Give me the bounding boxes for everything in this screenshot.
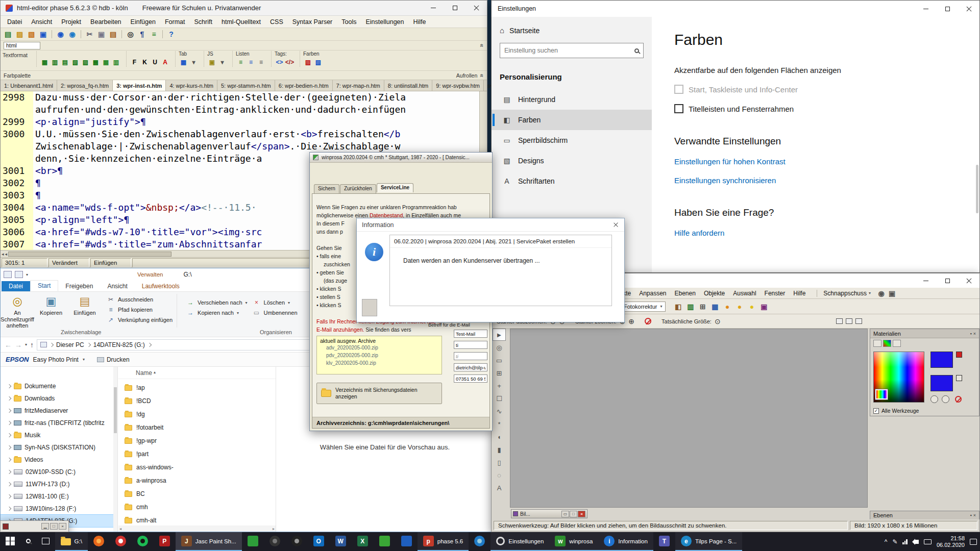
psp-menu-fenster[interactable]: Fenster <box>761 290 790 297</box>
file-tab-1-unbenannt1-html[interactable]: 1: Unbenannt1.html <box>1 80 57 91</box>
settings-taskbar-button[interactable]: Einstellungen <box>491 532 549 551</box>
dark-circle-app-icon[interactable] <box>264 532 286 551</box>
phase-menu-bearbeiten[interactable]: Bearbeiten <box>86 18 126 26</box>
pan-tool-icon[interactable]: ► <box>493 329 506 341</box>
preview-browser-icon[interactable]: ◉ <box>67 29 78 39</box>
outlook-icon[interactable]: O <box>308 532 330 551</box>
layers-icon[interactable]: ▥ <box>685 302 696 312</box>
cut-icon[interactable]: ✂ <box>84 29 95 39</box>
window-layout1-icon[interactable] <box>836 318 843 324</box>
sidebar-item-hintergrund[interactable]: ▤Hintergrund <box>492 89 652 110</box>
tag-strip-icon[interactable]: </> <box>285 58 295 67</box>
preview-internal-icon[interactable]: ◉ <box>55 29 66 39</box>
phase-menu-html-quelltext[interactable]: html-Quelltext <box>217 18 265 26</box>
search-icon[interactable]: ◎ <box>125 29 136 39</box>
all-tools-checkbox[interactable]: ✓Alle Werkzeuge <box>873 408 919 414</box>
forward-icon[interactable]: → <box>15 341 22 349</box>
tree-item-syn-nas-diskstation[interactable]: Syn-NAS (DISKSTATION) <box>1 441 117 454</box>
minimize-icon[interactable] <box>423 1 444 15</box>
phase-menu-projekt[interactable]: Projekt <box>57 18 86 26</box>
information-taskbar-button[interactable]: iInformation <box>598 532 653 551</box>
tree-item-videos[interactable]: Videos <box>1 454 117 466</box>
window-layout2-icon[interactable] <box>846 318 852 324</box>
copy-icon[interactable]: ▣ <box>96 29 107 39</box>
file-tab-6-wpr-bedien-n-htm[interactable]: 6: wpr-bedien-n.htm <box>275 80 333 91</box>
window-layout3-icon[interactable] <box>855 318 862 324</box>
list-item-fotoarbeit[interactable]: !fotoarbeit <box>118 421 276 434</box>
sidebar-item-startseite[interactable]: ⌂ Startseite <box>492 21 652 40</box>
explorer-taskbar-button[interactable]: G:\ <box>55 532 88 551</box>
link-einstellungen-synchronisieren[interactable]: Einstellungen synchronisieren <box>674 176 979 185</box>
open-project-icon[interactable]: ▧ <box>26 29 37 39</box>
tab-dropdown-icon[interactable]: ▾ <box>189 58 199 67</box>
collapse-up-icon[interactable]: « <box>479 44 486 47</box>
face-neutral-icon[interactable]: ● <box>734 302 745 312</box>
network-icon[interactable] <box>902 539 908 544</box>
epson-dropdown-icon[interactable]: ▾ <box>83 357 85 362</box>
close-icon[interactable] <box>958 273 979 288</box>
list-ol-icon[interactable]: ≡ <box>246 58 256 67</box>
close-icon[interactable]: × <box>973 331 976 336</box>
quick-access-toggle-icon[interactable] <box>15 271 23 278</box>
word-icon[interactable]: W <box>330 532 352 551</box>
phase-menu-tools[interactable]: Tools <box>337 18 361 26</box>
maximize-icon[interactable] <box>444 1 465 15</box>
swatch-tab-icon[interactable] <box>893 340 901 347</box>
close-icon[interactable]: × <box>973 513 976 518</box>
recent-locations-icon[interactable]: ▾ <box>25 342 27 347</box>
phase-menu-format[interactable]: Format <box>160 18 190 26</box>
adjust-icon[interactable]: ◧ <box>673 302 683 312</box>
phase-menu-css[interactable]: CSS <box>265 18 288 26</box>
background-color-swatch[interactable] <box>930 375 953 391</box>
list-horizontal-scrollbar[interactable]: ◂▸ <box>118 525 276 532</box>
scroll-left2-icon[interactable]: ◂ <box>5 252 8 257</box>
file-tab-2-wprosa-fq-n-htm[interactable]: 2: wprosa_fq-n.htm <box>57 80 113 91</box>
taskbar-clock[interactable]: 21:58 06.02.2020 <box>937 535 965 548</box>
mail-subject-field[interactable] <box>454 330 487 338</box>
archive-file[interactable]: adv_20200205-000.zip <box>320 344 438 352</box>
phase-menu-ansicht[interactable]: Ansicht <box>27 18 57 26</box>
delete-button[interactable]: ×Löschen▾ <box>253 299 298 306</box>
settings-search-box[interactable] <box>500 43 644 58</box>
paintshop-canvas[interactable] <box>510 329 868 508</box>
tree-scrollbar[interactable] <box>113 367 117 532</box>
background-style-icon[interactable] <box>956 375 962 381</box>
sender-field[interactable] <box>454 341 487 349</box>
tree-item-fritz-nas-tibcfritz-tibcfritz[interactable]: fritz-nas (TIBCFRITZ (tibcfritz <box>1 417 117 429</box>
pin-quick-access-button[interactable]: ◎ An Schnellzugriff anheften <box>1 292 34 337</box>
print-button[interactable]: Drucken <box>97 356 130 363</box>
cut-button[interactable]: ✂Ausschneiden <box>107 296 173 303</box>
grid-icon[interactable]: ⊞ <box>697 302 708 312</box>
red-square-app-icon[interactable]: P <box>154 532 176 551</box>
volume-icon[interactable] <box>915 540 919 544</box>
zoom-tool-icon[interactable]: ◎ <box>493 341 506 354</box>
close-icon[interactable] <box>465 1 487 15</box>
psp-menu-auswahl[interactable]: Auswahl <box>729 290 760 297</box>
task-view-button[interactable] <box>36 532 55 551</box>
expand-chevron-icon[interactable] <box>7 409 11 413</box>
close-icon[interactable]: × <box>59 523 66 530</box>
touch-keyboard-icon[interactable] <box>924 539 932 544</box>
psp-menu-hilfe[interactable]: Hilfe <box>789 290 810 297</box>
code-row[interactable]: aufrufen·und·den·gewünschten·Eintrag·ank… <box>1 104 487 116</box>
phone-field[interactable] <box>454 374 487 383</box>
snapshot-button[interactable]: Schnappschuss▾ <box>817 290 871 297</box>
snapshot-copy-icon[interactable]: ▣ <box>887 288 897 298</box>
phase-titlebar[interactable]: html-editor phase 5.6.2.3 © hdb - köln F… <box>1 1 487 16</box>
foreground-color-swatch[interactable] <box>930 352 953 368</box>
settings-search-input[interactable] <box>504 47 634 54</box>
table-column-icon[interactable]: ▤ <box>60 58 70 67</box>
html-mode-combo[interactable]: html <box>4 42 40 49</box>
airbrush-tool-icon[interactable]: ◌ <box>493 469 506 481</box>
winprosa-tab-zur-ckholen[interactable]: Zurückholen <box>340 184 376 193</box>
paste-shortcut-button[interactable]: ↗Verknüpfung einfügen <box>107 316 173 323</box>
color-picker-mini[interactable] <box>875 389 888 399</box>
transparent-toggle-icon[interactable] <box>955 396 962 403</box>
pin-icon[interactable]: ▪ <box>970 331 972 336</box>
rename-button[interactable]: ▭Umbenennen <box>253 309 298 316</box>
archive-file[interactable]: pdv_20200205-000.zip <box>320 352 438 359</box>
expand-chevron-icon[interactable] <box>7 482 11 486</box>
child-close-icon[interactable]: × <box>578 511 585 517</box>
settings-titlebar[interactable]: Einstellungen <box>492 1 979 17</box>
table-row-icon[interactable]: ▥ <box>50 58 60 67</box>
